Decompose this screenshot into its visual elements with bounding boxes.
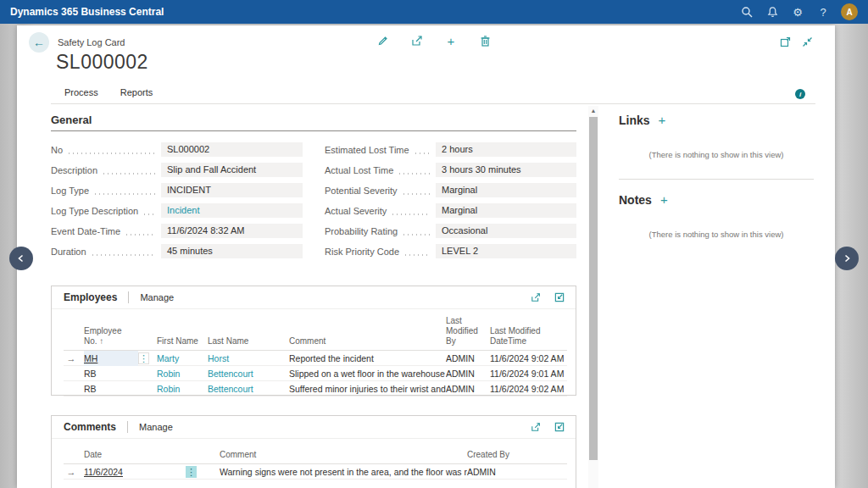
field-value-input[interactable]: Slip and Fall Accident — [161, 163, 303, 177]
dotted-leader — [402, 186, 431, 195]
col-comment[interactable]: Comment — [220, 450, 467, 460]
avatar[interactable]: A — [841, 3, 858, 20]
dotted-leader — [414, 146, 431, 154]
col-employee-no[interactable]: Employee No. ↑ — [84, 326, 138, 347]
links-section: Links + — [619, 113, 814, 127]
field-label: Potential Severity — [325, 186, 398, 196]
col-last-name[interactable]: Last Name — [208, 336, 289, 347]
dotted-leader — [403, 247, 431, 256]
popout-icon[interactable] — [554, 291, 565, 303]
share-icon[interactable] — [530, 421, 542, 433]
cell-employee-no[interactable]: RB — [84, 366, 138, 381]
field-value-input[interactable]: 3 hours 30 minutes — [436, 163, 576, 177]
cell-first-name[interactable]: Marty — [157, 351, 208, 366]
field-label: No — [51, 145, 63, 155]
links-empty-text: (There is nothing to show in this view) — [619, 150, 814, 159]
general-section-title[interactable]: General — [51, 106, 576, 126]
employees-title[interactable]: Employees — [64, 291, 117, 303]
cell-last-name[interactable]: Bettencourt — [208, 381, 289, 396]
ellipsis-menu-icon[interactable]: ⋮ — [138, 352, 149, 364]
field-actual-lost-time: Actual Lost Time 3 hours 30 minutes — [325, 163, 576, 177]
cell-comment[interactable]: Suffered minor injuries to their wrist a… — [289, 381, 446, 396]
cell-modified-datetime: 11/6/2024 9:02 AM — [490, 381, 567, 396]
employees-manage-menu[interactable]: Manage — [140, 292, 174, 302]
help-icon[interactable]: ? — [810, 0, 836, 24]
notes-title[interactable]: Notes — [619, 193, 652, 207]
dotted-leader — [93, 186, 156, 195]
cell-comment[interactable]: Warning signs were not present in the ar… — [220, 464, 467, 480]
field-actual-severity: Actual Severity Marginal — [325, 203, 576, 218]
bell-icon[interactable] — [760, 0, 785, 24]
links-title[interactable]: Links — [619, 114, 650, 127]
notes-empty-text: (There is nothing to show in this view) — [619, 230, 814, 239]
share-icon[interactable] — [530, 291, 542, 303]
breadcrumb[interactable]: Safety Log Card — [58, 37, 125, 47]
col-first-name[interactable]: First Name — [157, 336, 208, 347]
ribbon-item-reports[interactable]: Reports — [120, 87, 153, 97]
cell-employee-no[interactable]: RB — [84, 381, 138, 396]
comments-manage-menu[interactable]: Manage — [139, 422, 173, 432]
cell-employee-no[interactable]: MH — [84, 351, 138, 366]
add-link-icon[interactable]: + — [659, 113, 666, 127]
vertical-scrollbar[interactable]: ▲ — [588, 106, 598, 488]
edit-pencil-icon[interactable] — [376, 34, 390, 47]
sort-ascending-icon: ↑ — [99, 336, 103, 346]
chevron-right-icon — [843, 254, 851, 263]
ribbon-item-process[interactable]: Process — [64, 87, 98, 97]
field-value-input[interactable]: 45 minutes — [161, 244, 303, 258]
general-section-rule — [51, 130, 576, 131]
cell-first-name[interactable]: Robin — [157, 366, 208, 381]
cell-comment[interactable]: Reported the incident — [289, 351, 446, 366]
action-ribbon: Process Reports — [64, 87, 153, 97]
chevron-left-icon — [17, 254, 25, 263]
panel-divider — [619, 179, 814, 180]
app-title[interactable]: Dynamics 365 Business Central — [10, 6, 164, 18]
comments-title[interactable]: Comments — [64, 421, 116, 433]
back-button[interactable]: ← — [29, 32, 49, 53]
dotted-leader — [102, 166, 156, 175]
cell-date[interactable]: 11/6/2024 — [84, 464, 186, 480]
next-record-button[interactable] — [835, 247, 859, 270]
field-value-input[interactable]: Marginal — [436, 203, 576, 218]
previous-record-button[interactable] — [9, 247, 33, 270]
col-last-modified-datetime[interactable]: Last Modified DateTime — [490, 326, 567, 347]
cell-comment[interactable]: Slipped on a wet floor in the warehouse … — [289, 366, 446, 381]
field-label: Risk Priority Code — [325, 247, 399, 257]
comments-part: Comments Manage Date — [51, 415, 576, 488]
table-row: → 11/6/2024 ⋮ Warning signs were not pre… — [64, 464, 567, 480]
col-date[interactable]: Date — [84, 450, 186, 460]
delete-trash-icon[interactable] — [478, 34, 492, 47]
col-comment[interactable]: Comment — [289, 336, 446, 347]
scrollbar-thumb[interactable] — [589, 117, 598, 460]
gear-icon[interactable]: ⚙ — [785, 0, 810, 24]
scroll-up-icon[interactable]: ▲ — [588, 108, 598, 114]
field-value-link[interactable]: Incident — [161, 203, 303, 218]
field-value-input[interactable]: INCIDENT — [161, 183, 303, 197]
new-plus-icon[interactable]: + — [444, 34, 458, 47]
ellipsis-menu-icon[interactable]: ⋮ — [186, 466, 197, 478]
info-icon[interactable]: i — [795, 89, 805, 99]
popout-icon[interactable] — [778, 35, 792, 48]
cell-last-name[interactable]: Bettencourt — [208, 366, 289, 381]
col-last-modified-by[interactable]: Last Modified By — [446, 316, 490, 347]
cell-modified-by: ADMIN — [446, 366, 490, 381]
employees-part-header: Employees Manage — [52, 286, 576, 309]
factbox-panel: Links + (There is nothing to show in thi… — [619, 106, 814, 239]
field-value-input[interactable]: 2 hours — [436, 142, 576, 157]
cell-first-name[interactable]: Robin — [157, 381, 208, 396]
field-label: Event Date-Time — [51, 226, 120, 236]
field-estimated-lost-time: Estimated Lost Time 2 hours — [325, 142, 576, 157]
search-icon[interactable] — [734, 0, 760, 24]
popout-icon[interactable] — [554, 421, 565, 433]
col-created-by[interactable]: Created By — [467, 450, 567, 460]
share-icon[interactable] — [410, 34, 424, 47]
cell-last-name[interactable]: Horst — [208, 351, 289, 366]
field-value-input[interactable]: 11/6/2024 8:32 AM — [161, 224, 303, 238]
field-value-input[interactable]: SL000002 — [161, 142, 303, 157]
field-value-input[interactable]: Marginal — [436, 183, 576, 197]
add-note-icon[interactable]: + — [660, 192, 668, 207]
field-value-input[interactable]: Occasional — [436, 224, 576, 238]
field-value-input[interactable]: LEVEL 2 — [436, 244, 576, 258]
collapse-icon[interactable] — [800, 35, 814, 48]
part-separator — [127, 421, 128, 433]
